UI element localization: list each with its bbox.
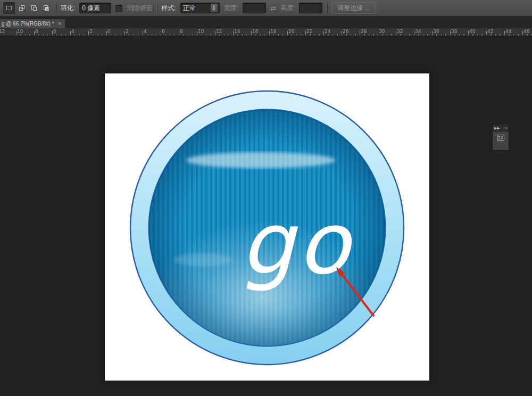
selection-mode-group xyxy=(3,2,52,14)
button-side-gloss xyxy=(174,253,232,266)
ruler-number: 4 xyxy=(71,29,74,34)
collapsed-panel-body xyxy=(492,131,509,151)
document-tab-bar: g @ 66.7%(RGB/8#) * × xyxy=(0,16,532,28)
ruler-number: 42 xyxy=(487,29,493,34)
ruler-number: 2 xyxy=(126,29,129,34)
intersect-selection-button[interactable] xyxy=(41,3,52,13)
refine-edge-button[interactable]: 调整边缘 ... xyxy=(331,2,376,14)
ruler-number: 26 xyxy=(343,29,348,34)
new-selection-button[interactable] xyxy=(3,2,15,14)
panel-icon[interactable] xyxy=(496,134,505,142)
ruler-number: 8 xyxy=(35,29,38,34)
height-label: 高度: xyxy=(280,4,295,13)
ruler-number: 34 xyxy=(415,29,421,34)
feather-input[interactable]: 0 像素 xyxy=(79,3,111,13)
add-to-selection-icon xyxy=(19,5,25,11)
ruler-number: 10 xyxy=(198,29,204,34)
document-tab-title: g @ 66.7%(RGB/8#) * xyxy=(2,21,54,27)
ruler-number: 4 xyxy=(144,29,147,34)
ruler-number: 46 xyxy=(523,29,529,34)
divider xyxy=(56,3,56,13)
ruler-number: 2 xyxy=(89,29,93,34)
ruler-number: 40 xyxy=(469,29,475,34)
feather-label: 羽化: xyxy=(61,4,75,13)
ruler-number: 32 xyxy=(397,29,403,34)
ruler-number: 12 xyxy=(216,29,222,34)
width-label: 宽度: xyxy=(224,4,238,13)
canvas-area: go ▶▶ × xyxy=(0,36,532,396)
ruler-number: 18 xyxy=(270,29,276,34)
ruler-number: 6 xyxy=(162,29,165,34)
add-to-selection-button[interactable] xyxy=(16,3,27,13)
style-value: 正常 xyxy=(183,4,196,13)
document-tab[interactable]: g @ 66.7%(RGB/8#) * × xyxy=(0,19,65,28)
panel-close-icon[interactable]: × xyxy=(505,126,507,130)
ruler-number: 30 xyxy=(379,29,385,34)
ruler-number: 28 xyxy=(361,29,367,34)
refine-edge-label: 调整边缘 ... xyxy=(337,4,370,13)
document-artboard[interactable]: go xyxy=(105,73,429,381)
ruler-number: 24 xyxy=(325,29,330,34)
feather-value: 0 像素 xyxy=(82,4,100,13)
collapsed-panel: ▶▶ × xyxy=(492,124,509,151)
ruler-number: 8 xyxy=(180,29,183,34)
ruler-number: 14 xyxy=(234,29,240,34)
ruler-number: 0 xyxy=(107,29,111,34)
ruler-number: 20 xyxy=(288,29,294,34)
panel-expand-icon[interactable]: ▶▶ xyxy=(494,126,500,130)
divider xyxy=(327,3,327,13)
antialias-label: 消除锯齿 xyxy=(127,4,152,13)
collapsed-panel-header: ▶▶ × xyxy=(492,124,509,131)
dropdown-stepper-icon xyxy=(210,3,218,13)
subtract-from-selection-icon xyxy=(31,5,37,11)
antialias-checkbox[interactable] xyxy=(115,5,122,12)
ruler-number: 36 xyxy=(433,29,439,34)
button-top-gloss xyxy=(186,152,335,168)
ruler-number: 6 xyxy=(53,29,56,34)
subtract-from-selection-button[interactable] xyxy=(29,3,39,13)
style-dropdown[interactable]: 正常 xyxy=(180,3,220,13)
ruler-number: 38 xyxy=(451,29,457,34)
options-bar: 羽化: 0 像素 消除锯齿 样式: 正常 宽度: ⇄ 高度: 调整边缘 ... xyxy=(0,0,532,16)
swap-dimensions-icon[interactable]: ⇄ xyxy=(270,5,276,12)
width-input[interactable] xyxy=(243,3,266,13)
new-selection-icon xyxy=(6,5,12,11)
divider xyxy=(156,3,157,13)
ruler-number: 16 xyxy=(252,29,258,34)
ruler-number: 44 xyxy=(505,29,511,34)
style-label: 样式: xyxy=(161,4,176,13)
go-button-graphic: go xyxy=(105,73,429,381)
go-label: go xyxy=(240,194,354,293)
ruler-number: 12 xyxy=(0,29,5,34)
height-input[interactable] xyxy=(299,3,322,13)
horizontal-ruler[interactable]: 1210864202468101214161820222426283032343… xyxy=(0,28,532,36)
intersect-selection-icon xyxy=(43,5,49,11)
ruler-number: 10 xyxy=(17,29,23,34)
ruler-number: 22 xyxy=(306,29,312,34)
tab-close-icon[interactable]: × xyxy=(59,21,62,27)
